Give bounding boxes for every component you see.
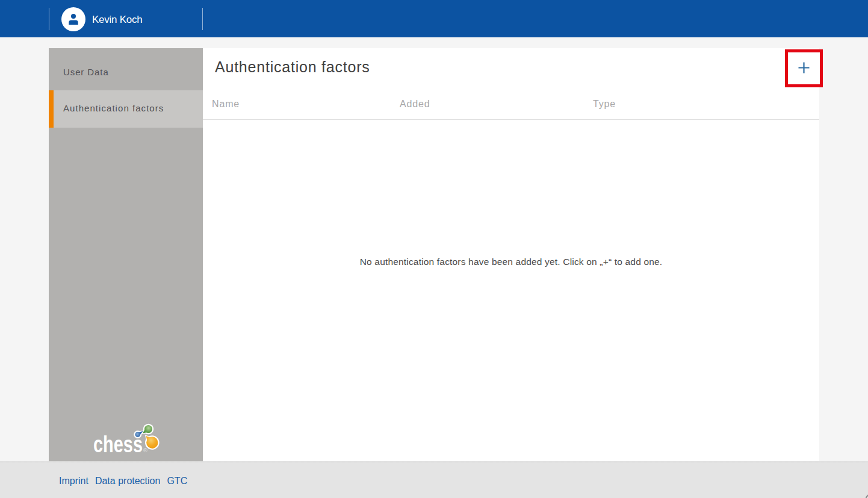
svg-text:®: ®: [143, 447, 147, 453]
svg-text:chess: chess: [93, 431, 143, 457]
